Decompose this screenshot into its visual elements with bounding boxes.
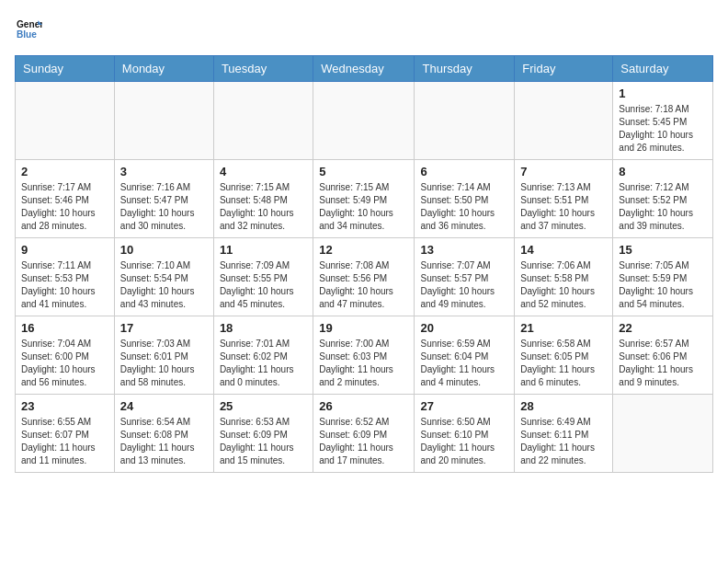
calendar-cell [213, 82, 313, 160]
day-info: Sunrise: 6:58 AM Sunset: 6:05 PM Dayligh… [520, 338, 607, 389]
calendar-cell: 28Sunrise: 6:49 AM Sunset: 6:11 PM Dayli… [515, 395, 613, 473]
calendar-cell [114, 82, 213, 160]
day-number: 2 [21, 165, 108, 178]
calendar-cell: 24Sunrise: 6:54 AM Sunset: 6:08 PM Dayli… [114, 395, 213, 473]
day-info: Sunrise: 7:08 AM Sunset: 5:56 PM Dayligh… [319, 259, 408, 311]
day-info: Sunrise: 7:15 AM Sunset: 5:48 PM Dayligh… [220, 181, 307, 233]
calendar-week-row: 2Sunrise: 7:17 AM Sunset: 5:46 PM Daylig… [16, 160, 713, 238]
day-number: 21 [520, 321, 607, 335]
day-number: 20 [420, 321, 508, 335]
calendar-week-row: 16Sunrise: 7:04 AM Sunset: 6:00 PM Dayli… [16, 316, 713, 395]
calendar-cell: 5Sunrise: 7:15 AM Sunset: 5:49 PM Daylig… [313, 160, 415, 238]
calendar-cell: 4Sunrise: 7:15 AM Sunset: 5:48 PM Daylig… [213, 160, 313, 238]
calendar-cell: 26Sunrise: 6:52 AM Sunset: 6:09 PM Dayli… [313, 395, 415, 473]
calendar-day-header: Sunday [16, 56, 115, 82]
calendar-cell: 17Sunrise: 7:03 AM Sunset: 6:01 PM Dayli… [114, 316, 213, 395]
calendar-cell [16, 82, 115, 160]
calendar-cell: 21Sunrise: 6:58 AM Sunset: 6:05 PM Dayli… [515, 316, 613, 395]
day-info: Sunrise: 7:05 AM Sunset: 5:59 PM Dayligh… [619, 259, 707, 311]
calendar-cell [415, 82, 515, 160]
day-number: 10 [120, 243, 208, 257]
calendar-cell: 7Sunrise: 7:13 AM Sunset: 5:51 PM Daylig… [515, 160, 613, 238]
day-number: 27 [420, 399, 508, 413]
day-info: Sunrise: 7:14 AM Sunset: 5:50 PM Dayligh… [420, 181, 508, 233]
day-number: 24 [120, 399, 208, 413]
calendar-cell: 9Sunrise: 7:11 AM Sunset: 5:53 PM Daylig… [16, 238, 115, 316]
day-number: 25 [220, 399, 307, 413]
calendar-week-row: 9Sunrise: 7:11 AM Sunset: 5:53 PM Daylig… [16, 238, 713, 316]
calendar-header-row: SundayMondayTuesdayWednesdayThursdayFrid… [16, 56, 713, 82]
calendar-day-header: Saturday [613, 56, 713, 82]
day-number: 16 [21, 321, 108, 335]
day-info: Sunrise: 6:57 AM Sunset: 6:06 PM Dayligh… [619, 338, 707, 389]
calendar-cell: 23Sunrise: 6:55 AM Sunset: 6:07 PM Dayli… [16, 395, 115, 473]
calendar-table: SundayMondayTuesdayWednesdayThursdayFrid… [15, 55, 713, 473]
calendar-day-header: Wednesday [313, 56, 415, 82]
day-info: Sunrise: 7:10 AM Sunset: 5:54 PM Dayligh… [120, 259, 208, 311]
calendar-cell: 14Sunrise: 7:06 AM Sunset: 5:58 PM Dayli… [515, 238, 613, 316]
day-number: 17 [120, 321, 208, 335]
day-info: Sunrise: 7:07 AM Sunset: 5:57 PM Dayligh… [420, 259, 508, 311]
calendar-cell: 19Sunrise: 7:00 AM Sunset: 6:03 PM Dayli… [313, 316, 415, 395]
calendar-cell [515, 82, 613, 160]
day-number: 28 [520, 399, 607, 413]
day-info: Sunrise: 7:18 AM Sunset: 5:45 PM Dayligh… [619, 103, 707, 155]
calendar-cell: 1Sunrise: 7:18 AM Sunset: 5:45 PM Daylig… [613, 82, 713, 160]
calendar-cell: 15Sunrise: 7:05 AM Sunset: 5:59 PM Dayli… [613, 238, 713, 316]
calendar-day-header: Thursday [415, 56, 515, 82]
day-number: 13 [420, 243, 508, 257]
day-number: 6 [420, 165, 508, 178]
day-info: Sunrise: 7:12 AM Sunset: 5:52 PM Dayligh… [619, 181, 707, 233]
day-info: Sunrise: 6:55 AM Sunset: 6:07 PM Dayligh… [21, 416, 108, 467]
day-number: 5 [319, 165, 408, 178]
day-number: 11 [220, 243, 307, 257]
day-info: Sunrise: 7:04 AM Sunset: 6:00 PM Dayligh… [21, 338, 108, 389]
calendar-cell: 11Sunrise: 7:09 AM Sunset: 5:55 PM Dayli… [213, 238, 313, 316]
calendar-week-row: 23Sunrise: 6:55 AM Sunset: 6:07 PM Dayli… [16, 395, 713, 473]
day-info: Sunrise: 6:54 AM Sunset: 6:08 PM Dayligh… [120, 416, 208, 467]
calendar-day-header: Tuesday [213, 56, 313, 82]
day-number: 19 [319, 321, 408, 335]
logo-icon: General Blue [17, 15, 42, 40]
day-info: Sunrise: 7:03 AM Sunset: 6:01 PM Dayligh… [120, 338, 208, 389]
calendar-day-header: Friday [515, 56, 613, 82]
day-number: 15 [619, 243, 707, 257]
calendar-cell: 3Sunrise: 7:16 AM Sunset: 5:47 PM Daylig… [114, 160, 213, 238]
calendar-cell: 16Sunrise: 7:04 AM Sunset: 6:00 PM Dayli… [16, 316, 115, 395]
day-info: Sunrise: 6:49 AM Sunset: 6:11 PM Dayligh… [520, 416, 607, 467]
day-number: 26 [319, 399, 408, 413]
calendar-cell: 25Sunrise: 6:53 AM Sunset: 6:09 PM Dayli… [213, 395, 313, 473]
day-info: Sunrise: 7:15 AM Sunset: 5:49 PM Dayligh… [319, 181, 408, 233]
day-number: 3 [120, 165, 208, 178]
day-info: Sunrise: 6:52 AM Sunset: 6:09 PM Dayligh… [319, 416, 408, 467]
calendar-cell: 10Sunrise: 7:10 AM Sunset: 5:54 PM Dayli… [114, 238, 213, 316]
page-header: General Blue [15, 15, 713, 44]
day-number: 22 [619, 321, 707, 335]
calendar-cell: 6Sunrise: 7:14 AM Sunset: 5:50 PM Daylig… [415, 160, 515, 238]
calendar-cell: 2Sunrise: 7:17 AM Sunset: 5:46 PM Daylig… [16, 160, 115, 238]
day-info: Sunrise: 7:11 AM Sunset: 5:53 PM Dayligh… [21, 259, 108, 311]
day-info: Sunrise: 7:09 AM Sunset: 5:55 PM Dayligh… [220, 259, 307, 311]
day-info: Sunrise: 7:00 AM Sunset: 6:03 PM Dayligh… [319, 338, 408, 389]
day-info: Sunrise: 7:06 AM Sunset: 5:58 PM Dayligh… [520, 259, 607, 311]
calendar-cell: 20Sunrise: 6:59 AM Sunset: 6:04 PM Dayli… [415, 316, 515, 395]
day-number: 4 [220, 165, 307, 178]
day-info: Sunrise: 7:13 AM Sunset: 5:51 PM Dayligh… [520, 181, 607, 233]
day-number: 18 [220, 321, 307, 335]
day-info: Sunrise: 6:50 AM Sunset: 6:10 PM Dayligh… [420, 416, 508, 467]
day-number: 8 [619, 165, 707, 178]
day-info: Sunrise: 7:16 AM Sunset: 5:47 PM Dayligh… [120, 181, 208, 233]
calendar-cell: 22Sunrise: 6:57 AM Sunset: 6:06 PM Dayli… [613, 316, 713, 395]
calendar-cell: 12Sunrise: 7:08 AM Sunset: 5:56 PM Dayli… [313, 238, 415, 316]
day-info: Sunrise: 6:53 AM Sunset: 6:09 PM Dayligh… [220, 416, 307, 467]
day-number: 14 [520, 243, 607, 257]
calendar-cell: 13Sunrise: 7:07 AM Sunset: 5:57 PM Dayli… [415, 238, 515, 316]
calendar-day-header: Monday [114, 56, 213, 82]
day-info: Sunrise: 7:01 AM Sunset: 6:02 PM Dayligh… [220, 338, 307, 389]
day-number: 9 [21, 243, 108, 257]
calendar-cell: 8Sunrise: 7:12 AM Sunset: 5:52 PM Daylig… [613, 160, 713, 238]
calendar-cell [313, 82, 415, 160]
day-number: 12 [319, 243, 408, 257]
calendar-week-row: 1Sunrise: 7:18 AM Sunset: 5:45 PM Daylig… [16, 82, 713, 160]
calendar-cell: 18Sunrise: 7:01 AM Sunset: 6:02 PM Dayli… [213, 316, 313, 395]
